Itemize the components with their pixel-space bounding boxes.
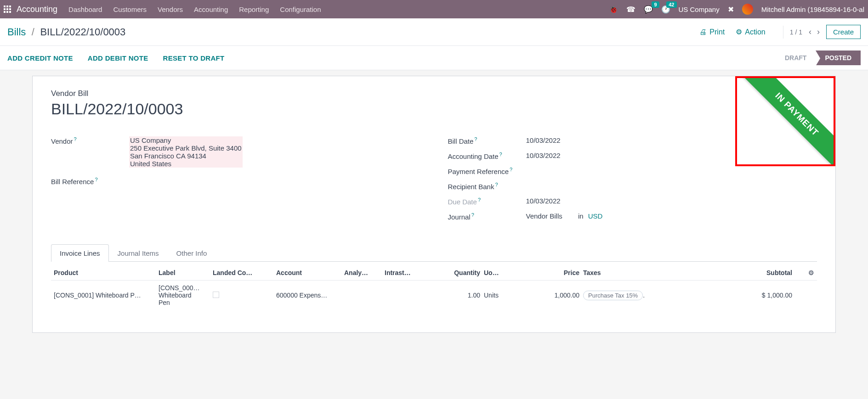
menu-dashboard[interactable]: Dashboard (68, 6, 102, 13)
doc-title: BILL/2022/10/0003 (51, 100, 817, 118)
tax-tag[interactable]: Purchase Tax 15% (583, 291, 643, 300)
create-button[interactable]: Create (826, 25, 861, 39)
tools-icon[interactable]: ✖ (728, 5, 734, 14)
tab-invoice-lines[interactable]: Invoice Lines (51, 244, 109, 262)
cell-price: 1,000.00 (524, 292, 579, 299)
messages-badge: 9 (652, 1, 659, 8)
help-icon[interactable]: ? (510, 167, 512, 172)
invoice-lines-grid: Product Label Landed Co… Account Analy… … (51, 265, 817, 310)
pager-next[interactable]: › (814, 26, 823, 38)
cell-account: 600000 Expens… (276, 292, 340, 299)
app-brand[interactable]: Accounting (17, 5, 57, 14)
duedate-value[interactable]: 10/03/2022 (526, 197, 561, 205)
col-analytic: Analy… (344, 269, 381, 276)
main-menu: Dashboard Customers Vendors Accounting R… (68, 6, 321, 13)
activities-icon[interactable]: 🕐42 (661, 5, 670, 14)
payref-label: Payment Reference? (448, 167, 526, 175)
cell-landed (213, 292, 272, 299)
payment-ribbon: IN PAYMENT (740, 76, 835, 166)
menu-accounting[interactable]: Accounting (194, 6, 228, 13)
user-menu[interactable]: Mitchell Admin (19845894-16-0-al (761, 6, 864, 13)
journal-value[interactable]: Vendor Bills in USD (526, 212, 603, 220)
add-credit-note-button[interactable]: ADD CREDIT NOTE (7, 54, 73, 62)
cell-taxes: Purchase Tax 15%. (583, 291, 652, 300)
doc-type-label: Vendor Bill (51, 89, 817, 98)
cell-subtotal: $ 1,000.00 (656, 292, 792, 299)
col-label: Label (159, 269, 209, 276)
sub-header: Bills / BILL/2022/10/0003 🖨 Print ⚙ Acti… (0, 18, 868, 46)
menu-configuration[interactable]: Configuration (280, 6, 321, 13)
breadcrumb-root[interactable]: Bills (7, 26, 26, 38)
cell-qty: 1.00 (425, 292, 480, 299)
col-subtotal: Subtotal (656, 269, 792, 276)
breadcrumb-current: BILL/2022/10/0003 (40, 26, 125, 38)
accdate-label: Accounting Date? (448, 152, 526, 160)
table-row[interactable]: [CONS_0001] Whiteboard P… [CONS_000… Whi… (51, 281, 817, 310)
journal-label: Journal? (448, 212, 526, 221)
activities-badge: 42 (666, 1, 676, 8)
cell-uom: Units (484, 292, 521, 299)
help-icon[interactable]: ? (95, 177, 97, 182)
billdate-label: Bill Date? (448, 136, 526, 145)
tabs: Invoice Lines Journal Items Other Info (51, 244, 817, 262)
help-icon[interactable]: ? (499, 152, 502, 157)
support-icon[interactable]: ☎ (626, 5, 635, 14)
cell-label: [CONS_000… Whiteboard Pen (159, 284, 209, 306)
accdate-value[interactable]: 10/03/2022 (526, 152, 561, 159)
col-price: Price (524, 269, 579, 276)
menu-vendors[interactable]: Vendors (158, 6, 183, 13)
help-icon[interactable]: ? (478, 197, 481, 202)
bank-label: Recipient Bank? (448, 182, 526, 191)
cell-product: [CONS_0001] Whiteboard P… (54, 292, 155, 299)
pager-prev[interactable]: ‹ (806, 26, 814, 38)
ribbon-highlight: IN PAYMENT (735, 76, 835, 166)
billdate-value[interactable]: 10/03/2022 (526, 136, 561, 144)
pager-count: 1 / 1 (790, 28, 802, 36)
col-quantity: Quantity (425, 269, 480, 276)
company-selector[interactable]: US Company (679, 6, 720, 13)
apps-grid-icon[interactable] (4, 6, 11, 13)
help-icon[interactable]: ? (471, 212, 474, 218)
bug-icon[interactable]: 🐞 (609, 5, 618, 14)
breadcrumb: Bills / BILL/2022/10/0003 (7, 26, 125, 38)
reset-to-draft-button[interactable]: RESET TO DRAFT (163, 54, 225, 62)
tab-other-info[interactable]: Other Info (168, 244, 216, 262)
add-debit-note-button[interactable]: ADD DEBIT NOTE (88, 54, 148, 62)
action-button[interactable]: ⚙ Action (736, 28, 765, 36)
currency-link[interactable]: USD (588, 212, 603, 220)
col-product: Product (54, 269, 155, 276)
status-posted[interactable]: POSTED (816, 51, 861, 65)
columns-options-icon[interactable]: ⚙ (808, 269, 814, 276)
form-sheet: IN PAYMENT Vendor Bill BILL/2022/10/0003… (32, 76, 836, 333)
vendor-label: Vendor? (51, 136, 129, 145)
print-button[interactable]: 🖨 Print (699, 28, 725, 36)
landed-checkbox[interactable] (213, 292, 219, 298)
help-icon[interactable]: ? (74, 136, 77, 142)
tab-journal-items[interactable]: Journal Items (109, 244, 168, 262)
col-landed: Landed Co… (213, 269, 272, 276)
vendor-value[interactable]: US Company 250 Executive Park Blvd, Suit… (129, 136, 243, 168)
top-navbar: Accounting Dashboard Customers Vendors A… (0, 0, 868, 18)
help-icon[interactable]: ? (495, 182, 498, 187)
duedate-label: Due Date? (448, 197, 526, 206)
action-bar: ADD CREDIT NOTE ADD DEBIT NOTE RESET TO … (0, 46, 868, 70)
col-account: Account (276, 269, 340, 276)
messages-icon[interactable]: 💬9 (644, 5, 653, 14)
billref-label: Bill Reference? (51, 177, 129, 185)
fields-left: Vendor? US Company 250 Executive Park Bl… (51, 136, 420, 227)
col-uom: Uo… (484, 269, 521, 276)
grid-header: Product Label Landed Co… Account Analy… … (51, 265, 817, 281)
user-avatar[interactable] (742, 4, 753, 15)
menu-customers[interactable]: Customers (113, 6, 147, 13)
col-intrastat: Intrast… (385, 269, 421, 276)
menu-reporting[interactable]: Reporting (239, 6, 269, 13)
col-taxes: Taxes (583, 269, 652, 276)
nav-right: 🐞 ☎ 💬9 🕐42 US Company ✖ Mitchell Admin (… (609, 4, 865, 15)
status-bar: DRAFT POSTED (776, 51, 861, 65)
status-draft[interactable]: DRAFT (776, 51, 816, 65)
help-icon[interactable]: ? (474, 136, 477, 142)
